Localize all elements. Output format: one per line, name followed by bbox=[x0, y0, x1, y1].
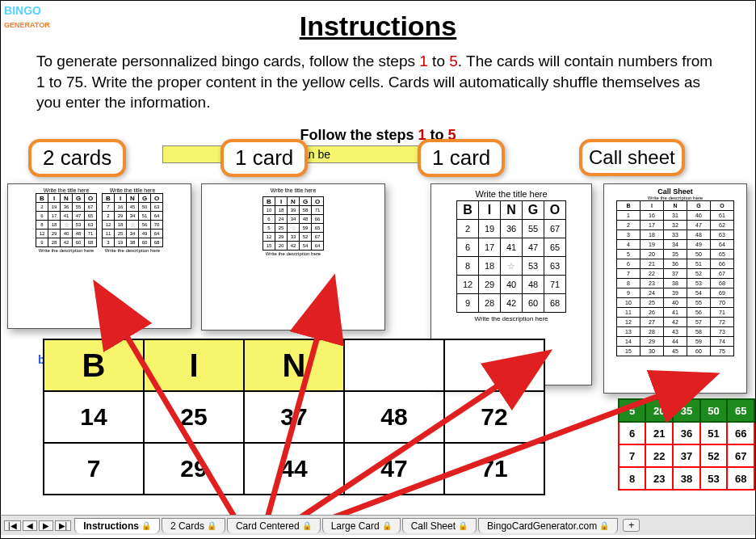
tab-label: Card Centered bbox=[236, 520, 300, 532]
tab-label: BingoCardGenerator.com bbox=[487, 520, 597, 532]
lock-icon: 🔒 bbox=[458, 521, 468, 530]
svg-line-1 bbox=[267, 328, 320, 518]
tab-label: Instructions bbox=[83, 520, 139, 532]
tab-bingocardgenerator-com[interactable]: BingoCardGenerator.com🔒 bbox=[478, 518, 618, 533]
tab-add-button[interactable]: + bbox=[623, 519, 640, 532]
tab-nav: |◀ ◀ ▶ ▶| bbox=[4, 520, 71, 531]
tab-label: Large Card bbox=[331, 520, 380, 532]
svg-line-2 bbox=[300, 381, 506, 518]
tab-label: 2 Cards bbox=[170, 520, 204, 532]
arrows-overlay bbox=[1, 1, 756, 539]
svg-line-0 bbox=[122, 328, 235, 518]
lock-icon: 🔒 bbox=[382, 521, 392, 530]
tab-label: Call Sheet bbox=[411, 520, 456, 532]
tab-2-cards[interactable]: 2 Cards🔒 bbox=[162, 518, 225, 533]
page: BINGO GENERATOR Instructions To generate… bbox=[0, 0, 756, 539]
tab-card-centered[interactable]: Card Centered🔒 bbox=[227, 518, 321, 533]
tab-instructions[interactable]: Instructions🔒 bbox=[74, 518, 160, 533]
tab-prev-button[interactable]: ◀ bbox=[23, 520, 37, 531]
svg-line-3 bbox=[332, 393, 667, 518]
lock-icon: 🔒 bbox=[599, 521, 609, 530]
tab-large-card[interactable]: Large Card🔒 bbox=[322, 518, 401, 533]
lock-icon: 🔒 bbox=[141, 521, 151, 530]
tab-bar: |◀ ◀ ▶ ▶| Instructions🔒2 Cards🔒Card Cent… bbox=[1, 515, 755, 535]
tabs-host: Instructions🔒2 Cards🔒Card Centered🔒Large… bbox=[74, 518, 620, 533]
lock-icon: 🔒 bbox=[207, 521, 216, 530]
tab-first-button[interactable]: |◀ bbox=[4, 520, 21, 531]
tab-call-sheet[interactable]: Call Sheet🔒 bbox=[402, 518, 477, 533]
tab-last-button[interactable]: ▶| bbox=[55, 520, 72, 531]
lock-icon: 🔒 bbox=[302, 521, 312, 530]
tab-next-button[interactable]: ▶ bbox=[39, 520, 53, 531]
